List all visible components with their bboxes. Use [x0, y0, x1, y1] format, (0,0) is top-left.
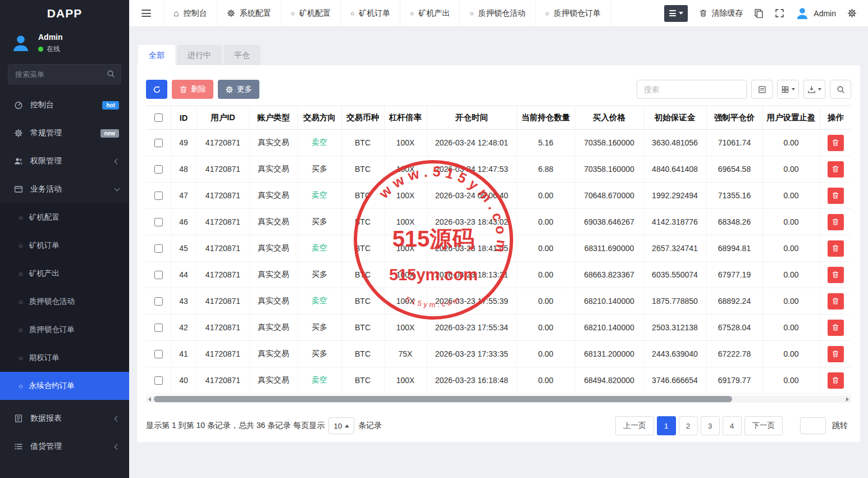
cell-leverage: 100X	[384, 262, 427, 288]
row-delete-button[interactable]	[828, 240, 844, 257]
scroll-right-arrow[interactable]	[844, 395, 851, 403]
jump-page-input[interactable]	[800, 417, 826, 434]
cell-take-profit: 0.00	[762, 341, 820, 367]
menu-search-input[interactable]	[8, 64, 121, 84]
topnav-item[interactable]: ○ 质押锁仓订单	[536, 0, 611, 26]
page-number-button[interactable]: 1	[657, 416, 676, 435]
circle-icon: ○	[19, 354, 23, 362]
topnav-item[interactable]: 系统配置	[217, 0, 281, 26]
tab-in-progress[interactable]: 进行中	[177, 45, 222, 65]
next-page-button[interactable]: 下一页	[744, 416, 783, 435]
sidebar-subitem[interactable]: ○ 矿机配置	[0, 203, 129, 231]
sidebar-subitem[interactable]: ○ 矿机订单	[0, 231, 129, 260]
cell-take-profit: 0.00	[762, 235, 820, 262]
horizontal-scrollbar[interactable]	[146, 395, 851, 403]
cell-account-type: 真实交易	[249, 209, 298, 235]
cell-liq-price: 69654.58	[706, 156, 762, 183]
copy-icon[interactable]	[754, 8, 764, 18]
prev-page-button[interactable]: 上一页	[615, 416, 654, 435]
row-delete-button[interactable]	[828, 267, 844, 283]
cell-leverage: 100X	[384, 183, 427, 209]
settings-gear-icon[interactable]	[847, 8, 857, 18]
cell-user-id: 41720871	[197, 235, 249, 262]
more-button[interactable]: 更多	[218, 80, 259, 99]
sidebar-item-general[interactable]: 常规管理 new	[0, 119, 129, 147]
clear-cache-button[interactable]: 清除缓存	[699, 8, 743, 19]
export-icon	[807, 85, 816, 94]
row-checkbox[interactable]	[154, 350, 163, 358]
user-menu[interactable]: Admin	[796, 7, 836, 20]
row-delete-button[interactable]	[828, 135, 844, 151]
cell-account-type: 真实交易	[249, 262, 298, 288]
scrollbar-thumb[interactable]	[154, 396, 732, 402]
cell-take-profit: 0.00	[762, 183, 820, 209]
sidebar-item-label: 控制台	[30, 100, 54, 110]
tab-all[interactable]: 全部	[138, 45, 175, 65]
row-checkbox[interactable]	[154, 297, 163, 306]
sidebar-item-business[interactable]: 业务活动	[0, 175, 129, 203]
scroll-left-arrow[interactable]	[146, 395, 153, 403]
tab-closed[interactable]: 平仓	[223, 45, 261, 65]
layout-menu-button[interactable]	[664, 5, 688, 22]
sidebar-toggle-icon[interactable]	[141, 10, 151, 17]
row-delete-button[interactable]	[828, 293, 844, 309]
page-number-button[interactable]: 4	[723, 416, 742, 435]
row-delete-button[interactable]	[828, 372, 844, 389]
cell-id: 46	[171, 209, 197, 235]
page-size-select[interactable]: 10	[328, 417, 354, 434]
row-checkbox[interactable]	[154, 218, 163, 226]
row-delete-button[interactable]	[828, 161, 844, 177]
row-checkbox[interactable]	[154, 192, 163, 200]
refresh-button[interactable]	[146, 80, 167, 99]
sidebar-item-reports[interactable]: 数据报表	[0, 404, 129, 433]
sidebar-subitem[interactable]: ○ 期权订单	[0, 344, 129, 372]
row-checkbox[interactable]	[154, 271, 163, 279]
cell-coin: BTC	[341, 341, 384, 367]
search-button[interactable]	[830, 80, 851, 99]
sidebar-subitem[interactable]: ○ 矿机产出	[0, 260, 129, 288]
cell-position: 0.00	[517, 367, 575, 394]
columns-button[interactable]	[777, 80, 799, 99]
cell-buy-price: 70358.160000	[575, 156, 643, 183]
sidebar-subitem[interactable]: ○ 永续合约订单	[0, 372, 129, 400]
cell-direction: 买多	[298, 156, 341, 183]
page-number-button[interactable]: 2	[679, 416, 698, 435]
row-delete-button[interactable]	[828, 214, 844, 230]
cell-id: 43	[171, 288, 197, 315]
delete-button[interactable]: 删除	[172, 80, 213, 99]
cell-id: 42	[171, 315, 197, 341]
jump-button[interactable]: 跳转	[829, 421, 851, 431]
topnav-item[interactable]: ○ 矿机产出	[400, 0, 460, 26]
row-checkbox[interactable]	[154, 244, 163, 253]
row-checkbox[interactable]	[154, 139, 163, 147]
cell-take-profit: 0.00	[762, 367, 820, 394]
detail-view-button[interactable]	[751, 80, 773, 99]
column-header: 开仓时间	[427, 106, 517, 130]
topnav-item[interactable]: ○ 矿机配置	[281, 0, 341, 26]
topnav-item[interactable]: ⌂ 控制台	[164, 0, 217, 26]
sidebar-item-permissions[interactable]: 权限管理	[0, 147, 129, 175]
row-checkbox[interactable]	[154, 165, 163, 174]
topbar-actions: 清除缓存 Admin	[664, 5, 868, 22]
sidebar-item-loans[interactable]: 借贷管理	[0, 433, 129, 461]
topnav-item[interactable]: ○ 质押锁仓活动	[460, 0, 535, 26]
sidebar-item-console[interactable]: 控制台 hot	[0, 91, 129, 119]
export-button[interactable]	[803, 80, 825, 99]
table-search-input[interactable]	[637, 80, 747, 99]
column-header: 交易币种	[341, 106, 384, 130]
chevron-down-icon	[115, 185, 120, 191]
grid-icon	[781, 85, 789, 94]
page-number-button[interactable]: 3	[701, 416, 720, 435]
sidebar-subitem[interactable]: ○ 质押锁仓订单	[0, 316, 129, 344]
topnav-item[interactable]: ○ 矿机订单	[341, 0, 400, 26]
row-delete-button[interactable]	[828, 188, 844, 204]
row-checkbox[interactable]	[154, 324, 163, 332]
select-all-checkbox[interactable]	[154, 113, 163, 122]
sidebar-subitem[interactable]: ○ 质押锁仓活动	[0, 288, 129, 316]
column-header: 初始保证金	[643, 106, 706, 130]
fullscreen-icon[interactable]	[775, 8, 784, 18]
row-delete-button[interactable]	[828, 346, 844, 362]
cell-leverage: 100X	[384, 130, 427, 156]
row-delete-button[interactable]	[828, 320, 844, 336]
row-checkbox[interactable]	[154, 376, 163, 385]
